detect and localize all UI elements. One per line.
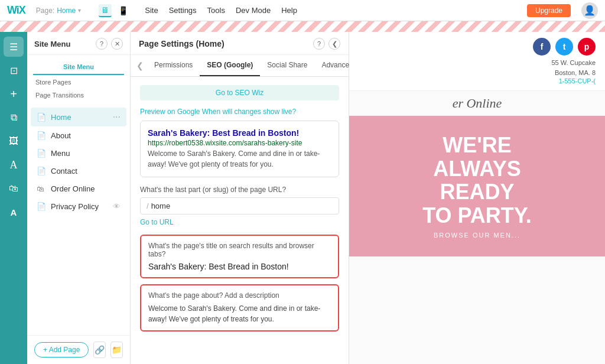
site-menu-header: Site Menu ? ✕ — [27, 32, 130, 55]
desc-field-value[interactable]: Welcome to Sarah's Bakery. Come and dine… — [148, 303, 331, 324]
url-slash: / — [147, 202, 149, 210]
title-field-value[interactable]: Sarah's Bakery: Best Bread in Boston! — [148, 262, 331, 271]
url-field[interactable]: / home — [140, 197, 339, 214]
url-value: home — [151, 202, 171, 210]
page-settings-help-btn[interactable]: ? — [313, 38, 325, 50]
menu-item-privacy[interactable]: 📄 Privacy Policy 👁 — [31, 198, 126, 215]
desc-field-label: What's the page about? Add a description — [148, 291, 331, 300]
menu-item-order-label: Order Online — [51, 184, 121, 193]
layers-icon[interactable]: ⧉ — [4, 108, 24, 128]
order-page-icon: 🛍 — [37, 184, 46, 193]
mobile-icon[interactable]: 📱 — [116, 4, 129, 17]
menu-item-privacy-label: Privacy Policy — [51, 202, 108, 211]
site-menu-panel: Site Menu ? ✕ Site Menu Store Pages Page… — [27, 32, 131, 364]
page-indicator: Page: Home ▾ — [36, 6, 81, 15]
preview-big-text: WE'REALWAYSREADYTO PARTY. — [361, 134, 593, 227]
site-nav-item[interactable]: Site — [145, 6, 158, 15]
tab-page-transitions[interactable]: Page Transitions — [33, 89, 124, 101]
privacy-page-icon: 📄 — [37, 202, 46, 211]
media-icon[interactable]: 🖼 — [4, 131, 24, 151]
menu-item-home-label: Home — [51, 113, 108, 122]
gp-desc: Welcome to Sarah's Bakery. Come and dine… — [148, 148, 331, 170]
preview-order-text: er Online — [349, 91, 605, 116]
page-settings-tabs: ❮ Permissions SEO (Google) Social Share … — [131, 55, 349, 77]
url-field-label: What's the last part (or slug) of the pa… — [140, 186, 339, 194]
add-icon[interactable]: + — [4, 84, 24, 104]
page-settings-title: Page Settings (Home) — [139, 39, 225, 48]
menu-item-about-label: About — [51, 131, 121, 140]
topbar: WiX Page: Home ▾ 🖥 📱 Site Settings Tools… — [0, 0, 605, 21]
site-menu-close-btn[interactable]: ✕ — [111, 38, 123, 50]
page-settings-content: Go to SEO Wiz Preview on Google When wil… — [131, 77, 349, 364]
page-settings-header: Page Settings (Home) ? ❮ — [131, 32, 349, 55]
menu-item-contact[interactable]: 📄 Contact — [31, 162, 126, 180]
settings-nav-item[interactable]: Settings — [169, 6, 197, 15]
tab-left-arrow[interactable]: ❮ — [133, 56, 147, 75]
pages-icon[interactable]: ☰ — [4, 37, 24, 57]
site-menu-title: Site Menu — [34, 40, 70, 48]
folder-action-icon[interactable]: 📁 — [110, 342, 123, 358]
user-avatar[interactable]: 👤 — [581, 2, 598, 19]
twitter-icon[interactable]: t — [555, 38, 573, 56]
tab-store-pages[interactable]: Store Pages — [33, 76, 124, 88]
menu-item-menu-label: Menu — [51, 149, 121, 158]
website-preview: f t p 55 W. Cupcake Boston, MA. 8 1-555-… — [349, 32, 605, 364]
app-market-icon[interactable]: A — [4, 202, 24, 222]
add-page-button[interactable]: + Add Page — [34, 342, 89, 358]
facebook-icon[interactable]: f — [533, 38, 551, 56]
tab-social-share[interactable]: Social Share — [260, 55, 314, 76]
desc-field: What's the page about? Add a description… — [140, 284, 339, 332]
about-page-icon: 📄 — [37, 131, 46, 140]
tab-permissions[interactable]: Permissions — [147, 55, 200, 76]
preview-label: Preview on Google When will changes show… — [140, 108, 339, 116]
menu-item-about[interactable]: 📄 About — [31, 127, 126, 144]
store-icon[interactable]: 🛍 — [4, 178, 24, 199]
tab-site-menu[interactable]: Site Menu — [33, 60, 124, 75]
preview-phone: 1-555-CUP-( — [359, 77, 596, 84]
preview-topbar: f t p 55 W. Cupcake Boston, MA. 8 1-555-… — [349, 32, 605, 91]
page-name[interactable]: Home — [57, 6, 76, 15]
site-menu-header-icons: ? ✕ — [96, 38, 123, 50]
desktop-icon[interactable]: 🖥 — [99, 4, 112, 17]
chevron-down-icon: ▾ — [78, 7, 81, 14]
title-field: What's the page's title on search result… — [140, 235, 339, 278]
go-to-url-link[interactable]: Go to URL — [140, 218, 339, 226]
menu-list: 📄 Home ··· 📄 About 📄 Menu 📄 Contact 🛍 — [27, 103, 130, 335]
tab-seo-google[interactable]: SEO (Google) — [200, 55, 260, 76]
menu-item-contact-label: Contact — [51, 167, 121, 176]
home-page-icon: 📄 — [37, 113, 46, 122]
site-menu-help-btn[interactable]: ? — [96, 38, 108, 50]
preview-link[interactable]: When will changes show live? — [202, 108, 296, 116]
page-label: Page: — [36, 6, 54, 15]
gp-url: https://robert0538.wixsite.com/sarahs-ba… — [148, 139, 331, 147]
page-settings-panel: Page Settings (Home) ? ❮ ❮ Permissions S… — [131, 32, 349, 364]
add-page-bar: + Add Page 🔗 📁 — [27, 335, 130, 364]
menu-item-home[interactable]: 📄 Home ··· — [31, 108, 126, 126]
google-preview: Sarah's Bakery: Best Bread in Boston! ht… — [140, 121, 339, 177]
help-nav-item[interactable]: Help — [281, 6, 297, 15]
preview-browse-text: BROWSE OUR MEN... — [361, 232, 593, 239]
stripe-banner — [0, 21, 605, 32]
seo-wizard-link[interactable]: Go to SEO Wiz — [140, 85, 339, 100]
page-settings-header-icons: ? ❮ — [313, 38, 340, 50]
home-more-icon[interactable]: ··· — [113, 112, 121, 122]
link-action-icon[interactable]: 🔗 — [93, 342, 106, 358]
page-settings-close-btn[interactable]: ❮ — [328, 38, 340, 50]
pinterest-icon[interactable]: p — [578, 38, 596, 56]
preview-address: 55 W. Cupcake Boston, MA. 8 — [359, 58, 596, 77]
main-layout: ☰ ⊡ + ⧉ 🖼 A 🛍 A Site Menu ? ✕ Site Menu … — [0, 32, 605, 364]
preview-social: f t p — [359, 38, 596, 56]
icon-sidebar: ☰ ⊡ + ⧉ 🖼 A 🛍 A — [0, 32, 27, 364]
title-field-label: What's the page's title on search result… — [148, 242, 331, 258]
privacy-eye-icon[interactable]: 👁 — [113, 202, 121, 211]
upgrade-button[interactable]: Upgrade — [527, 4, 571, 17]
text-icon[interactable]: A — [4, 155, 24, 175]
elements-icon[interactable]: ⊡ — [4, 60, 24, 80]
tools-nav-item[interactable]: Tools — [207, 6, 225, 15]
devmode-nav-item[interactable]: Dev Mode — [236, 6, 271, 15]
gp-title[interactable]: Sarah's Bakery: Best Bread in Boston! — [148, 128, 331, 138]
menu-item-order-online[interactable]: 🛍 Order Online — [31, 180, 126, 197]
menu-page-icon: 📄 — [37, 149, 46, 158]
menu-item-menu[interactable]: 📄 Menu — [31, 145, 126, 162]
device-icons: 🖥 📱 — [99, 4, 129, 17]
